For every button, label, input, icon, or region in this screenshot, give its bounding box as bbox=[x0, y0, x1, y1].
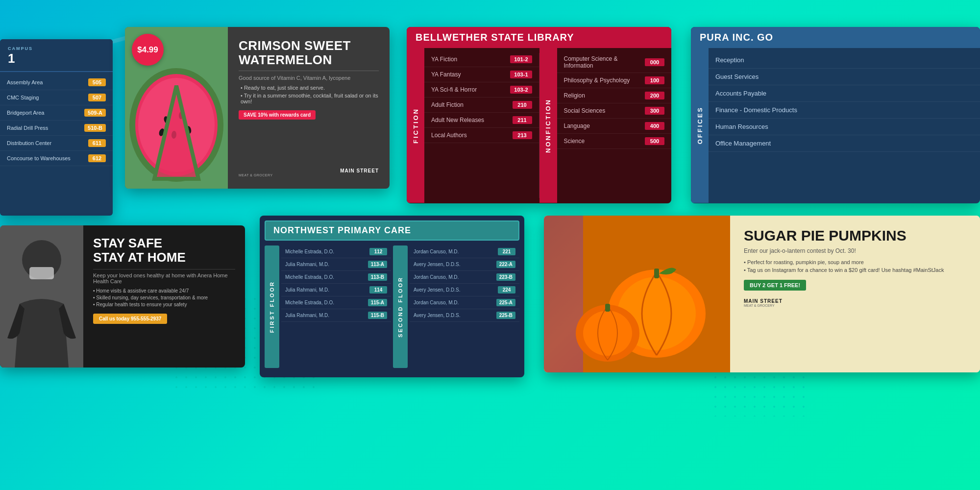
library-header: BELLWETHER STATE LIBRARY bbox=[407, 27, 671, 48]
campus-row-name: Radial Drill Press bbox=[7, 125, 48, 131]
pura-row: Guest Services bbox=[709, 69, 980, 85]
watermelon-brand-sub: MEAT & GROCERY bbox=[239, 173, 379, 177]
campus-row-name: Bridgeport Area bbox=[7, 110, 44, 116]
campus-row: Bridgeport Area509-A bbox=[0, 105, 113, 121]
pura-title: PURA INC. GO bbox=[700, 32, 971, 43]
first-floor-sidebar: FIRST FLOOR bbox=[265, 245, 279, 368]
watermelon-image-section: $4.99 bbox=[125, 27, 228, 189]
library-title: BELLWETHER STATE LIBRARY bbox=[416, 32, 662, 43]
pumpkin-image bbox=[544, 216, 730, 372]
nonfiction-sidebar: NONFICTION bbox=[539, 48, 557, 203]
pumpkin-image-section bbox=[544, 216, 730, 372]
staysafe-bullet-1: • Home visits & assistive care available… bbox=[93, 288, 235, 294]
svg-point-18 bbox=[583, 311, 632, 356]
svg-rect-16 bbox=[654, 269, 659, 278]
campus-row: CMC Staging507 bbox=[0, 90, 113, 105]
pura-body: OFFICES ReceptionGuest ServicesAccounts … bbox=[691, 48, 980, 203]
pumpkin-save-badge: BUY 2 GET 1 FREE! bbox=[744, 280, 806, 291]
nwpc-first-floor-row: Julia Rahmani, M.D.115-B bbox=[281, 309, 391, 322]
watermelon-title: CRIMSON SWEET WATERMELON bbox=[239, 39, 379, 67]
staysafe-image bbox=[0, 225, 83, 368]
campus-title: 1 bbox=[8, 51, 105, 66]
library-body: FICTION YA Fiction101-2YA Fantasy103-1YA… bbox=[407, 48, 671, 203]
watermelon-content: CRIMSON SWEET WATERMELON Good source of … bbox=[228, 27, 390, 189]
staysafe-title: STAY SAFESTAY AT HOME bbox=[93, 236, 235, 264]
nwpc-second-floor-row: Avery Jensen, D.D.S.222-A bbox=[410, 258, 519, 271]
nwpc-second-floor-row: Jordan Caruso, M.D.225-A bbox=[410, 296, 519, 309]
staysafe-bullet-3: • Regular health tests to ensure your sa… bbox=[93, 302, 235, 307]
campus-row-number: 509-A bbox=[84, 109, 106, 117]
library-fiction-row: Adult Fiction210 bbox=[424, 98, 539, 113]
watermelon-divider bbox=[239, 71, 379, 71]
pura-header: PURA INC. GO bbox=[691, 27, 980, 48]
watermelon-save-badge: SAVE 10% with rewards card bbox=[239, 110, 316, 120]
second-floor-sidebar: SECOND FLOOR bbox=[393, 245, 408, 368]
library-card: BELLWETHER STATE LIBRARY FICTION YA Fict… bbox=[407, 27, 671, 203]
library-fiction-row: Adult New Releases211 bbox=[424, 113, 539, 128]
campus-rows: Assembly Area505CMC Staging507Bridgeport… bbox=[0, 72, 113, 169]
nonfiction-col: Computer Science & Information000Philoso… bbox=[557, 48, 672, 203]
person-illustration bbox=[0, 225, 83, 368]
campus-row-number: 510-B bbox=[84, 124, 106, 132]
staysafe-subtitle: Keep your loved ones healthy at home wit… bbox=[93, 272, 235, 284]
fiction-sidebar: FICTION bbox=[407, 48, 424, 203]
nwpc-second-floor-row: Jordan Caruso, M.D.221 bbox=[410, 245, 519, 258]
library-nonfiction-row: Language400 bbox=[557, 119, 672, 134]
watermelon-subtitle: Good source of Vitamin C, Vitamin A, lyc… bbox=[239, 75, 379, 81]
fiction-label: FICTION bbox=[412, 108, 419, 144]
campus-row: Distribution Center611 bbox=[0, 136, 113, 151]
pura-col: ReceptionGuest ServicesAccounts PayableF… bbox=[709, 48, 980, 203]
staysafe-bullet-2: • Skilled nursing, day services, transpo… bbox=[93, 295, 235, 300]
campus-row-name: Concourse to Warehouses bbox=[7, 155, 71, 161]
pumpkin-card: SUGAR PIE PUMPKINS Enter our jack-o-lant… bbox=[544, 216, 980, 372]
staysafe-divider bbox=[93, 269, 235, 270]
pumpkin-bullet-2: • Tag us on Instagram for a chance to wi… bbox=[744, 267, 966, 273]
nwpc-second-floor-row: Avery Jensen, D.D.S.225-B bbox=[410, 309, 519, 322]
price-badge: $4.99 bbox=[132, 34, 164, 66]
library-nonfiction-row: Science500 bbox=[557, 134, 672, 149]
first-floor-col: Michelle Estrada, D.O.112Julia Rahmani, … bbox=[281, 245, 391, 368]
watermelon-bullet-1: • Ready to eat, just slice and serve. bbox=[239, 85, 379, 91]
watermelon-brand: MAIN STREET bbox=[239, 168, 379, 173]
nwpc-first-floor-row: Michelle Estrada, D.O.115-A bbox=[281, 296, 391, 309]
person-svg bbox=[0, 225, 83, 368]
staysafe-content: STAY SAFESTAY AT HOME Keep your loved on… bbox=[83, 225, 245, 368]
pumpkin-title: SUGAR PIE PUMPKINS bbox=[744, 227, 966, 244]
nwpc-card: NORTHWEST PRIMARY CARE FIRST FLOOR Miche… bbox=[260, 216, 524, 377]
staysafe-cta[interactable]: Call us today 955-555-2937 bbox=[93, 314, 167, 324]
cards-container: CAMPUS 1 Assembly Area505CMC Staging507B… bbox=[0, 0, 980, 490]
watermelon-card: $4.99 bbox=[125, 27, 390, 189]
campus-card: CAMPUS 1 Assembly Area505CMC Staging507B… bbox=[0, 39, 113, 216]
pura-card: PURA INC. GO OFFICES ReceptionGuest Serv… bbox=[691, 27, 980, 203]
campus-row: Radial Drill Press510-B bbox=[0, 121, 113, 136]
library-fiction-row: YA Fiction101-2 bbox=[424, 52, 539, 67]
library-fiction-row: YA Sci-fi & Horror103-2 bbox=[424, 82, 539, 98]
library-fiction-row: YA Fantasy103-1 bbox=[424, 67, 539, 82]
fiction-col: YA Fiction101-2YA Fantasy103-1YA Sci-fi … bbox=[424, 48, 539, 203]
pumpkin-subtitle: Enter our jack-o-lantern contest by Oct.… bbox=[744, 247, 966, 254]
campus-row-number: 505 bbox=[88, 78, 106, 86]
offices-sidebar: OFFICES bbox=[691, 48, 709, 203]
nwpc-first-floor-row: Julia Rahmani, M.D.113-A bbox=[281, 258, 391, 271]
campus-row-name: Assembly Area bbox=[7, 79, 43, 85]
nwpc-first-floor-row: Michelle Estrada, D.O.112 bbox=[281, 245, 391, 258]
pura-row: Human Resources bbox=[709, 119, 980, 135]
library-nonfiction-row: Religion200 bbox=[557, 88, 672, 103]
pura-row: Finance - Domestic Products bbox=[709, 102, 980, 119]
svg-rect-12 bbox=[544, 216, 583, 372]
staysafe-card: STAY SAFESTAY AT HOME Keep your loved on… bbox=[0, 225, 245, 368]
svg-rect-11 bbox=[29, 267, 54, 279]
library-nonfiction-row: Philosophy & Psychology100 bbox=[557, 73, 672, 88]
nwpc-body: FIRST FLOOR Michelle Estrada, D.O.112Jul… bbox=[260, 245, 524, 373]
pura-row: Accounts Payable bbox=[709, 85, 980, 102]
campus-header: CAMPUS 1 bbox=[0, 39, 113, 72]
pura-row: Office Management bbox=[709, 135, 980, 152]
campus-label: CAMPUS bbox=[8, 46, 105, 51]
nonfiction-label: NONFICTION bbox=[544, 98, 552, 153]
campus-row-number: 612 bbox=[88, 154, 106, 162]
nwpc-first-floor-row: Michelle Estrada, D.O.113-B bbox=[281, 271, 391, 284]
pumpkin-svg bbox=[544, 216, 730, 372]
library-nonfiction-row: Social Sciences300 bbox=[557, 103, 672, 119]
campus-row-name: Distribution Center bbox=[7, 140, 51, 146]
nwpc-first-floor-row: Julia Rahmani, M.D.114 bbox=[281, 284, 391, 296]
